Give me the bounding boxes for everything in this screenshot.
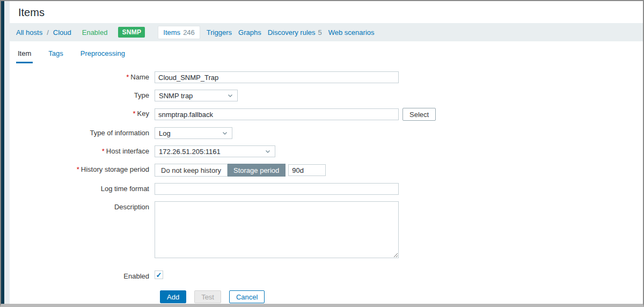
history-row: *History storage period Do not keep hist… (10, 164, 643, 177)
required-asterisk: * (102, 147, 105, 155)
required-asterisk: * (77, 165, 79, 173)
host-interface-select-value: 172.26.51.205:1161 (159, 148, 221, 156)
log-time-format-row: Log time format (10, 183, 643, 195)
key-row: *Key Select (10, 108, 643, 121)
history-mode-segmented: Do not keep history Storage period (155, 164, 286, 177)
name-label: *Name (10, 71, 155, 83)
check-icon: ✓ (156, 272, 162, 279)
nav-discovery-rules-link[interactable]: Discovery rules (268, 28, 316, 36)
info-type-select[interactable]: Log (155, 127, 232, 139)
enabled-checkbox[interactable]: ✓ (155, 271, 163, 279)
nav-web-scenarios-link[interactable]: Web scenarios (328, 28, 375, 36)
history-do-not-keep-option[interactable]: Do not keep history (155, 164, 228, 177)
chevron-down-icon (222, 130, 228, 136)
chevron-down-icon (265, 148, 271, 155)
chevron-down-icon (227, 92, 233, 99)
page-content: Items All hosts / Cloud Enabled SNMP Ite… (10, 1, 643, 304)
page-header: Items (10, 1, 643, 23)
nav-triggers-link[interactable]: Triggers (207, 28, 232, 36)
nav-web-scenarios[interactable]: Web scenarios (328, 28, 375, 36)
description-textarea[interactable] (155, 201, 399, 258)
host-nav: Items 246 Triggers Graphs Discovery rule… (153, 26, 374, 39)
key-label: *Key (10, 108, 155, 120)
key-input[interactable] (155, 108, 399, 120)
name-row: *Name (10, 71, 643, 83)
host-status-label: Enabled (82, 28, 108, 36)
nav-items-link[interactable]: Items (163, 28, 180, 36)
type-row: Type SNMP trap (10, 90, 643, 101)
name-input[interactable] (155, 71, 399, 83)
nav-items-count: 246 (183, 28, 195, 36)
enabled-row: Enabled ✓ (10, 271, 643, 282)
page-title: Items (18, 6, 634, 19)
nav-discovery-rules-count: 5 (318, 28, 322, 36)
history-period-input[interactable] (288, 164, 326, 176)
required-asterisk: * (126, 73, 129, 81)
nav-discovery-rules[interactable]: Discovery rules 5 (268, 28, 322, 36)
type-select-value: SNMP trap (159, 92, 193, 100)
description-row: Description (10, 201, 643, 258)
cancel-button[interactable]: Cancel (229, 290, 265, 303)
info-type-select-value: Log (159, 129, 171, 137)
required-asterisk: * (133, 109, 136, 118)
info-type-row: Type of information Log (10, 127, 643, 139)
tab-preprocessing[interactable]: Preprocessing (79, 45, 127, 63)
test-button[interactable]: Test (194, 290, 221, 303)
nav-triggers[interactable]: Triggers (207, 28, 232, 36)
add-button[interactable]: Add (160, 290, 186, 303)
host-interface-row: *Host interface 172.26.51.205:1161 (10, 145, 643, 157)
tab-item[interactable]: Item (16, 45, 33, 63)
breadcrumb-all-hosts-link[interactable]: All hosts (16, 28, 42, 36)
item-form: *Name Type SNMP trap (10, 71, 643, 303)
tab-tags[interactable]: Tags (47, 45, 64, 63)
log-time-format-input[interactable] (155, 183, 399, 195)
key-select-button[interactable]: Select (402, 108, 436, 121)
breadcrumb-separator: / (47, 28, 49, 36)
history-storage-period-option[interactable]: Storage period (228, 164, 286, 177)
host-interface-label: *Host interface (10, 145, 155, 157)
log-time-format-label: Log time format (10, 183, 155, 195)
nav-graphs[interactable]: Graphs (238, 28, 261, 36)
app-window: Items All hosts / Cloud Enabled SNMP Ite… (0, 0, 644, 307)
type-label: Type (10, 90, 155, 101)
tab-bar: Item Tags Preprocessing (10, 45, 643, 63)
history-label: *History storage period (10, 164, 155, 176)
form-footer: Add Test Cancel (160, 290, 643, 303)
description-label: Description (10, 201, 155, 213)
breadcrumb-host-link[interactable]: Cloud (53, 28, 71, 36)
breadcrumb: All hosts / Cloud Enabled SNMP Items 246… (10, 23, 643, 41)
type-select[interactable]: SNMP trap (155, 90, 238, 101)
host-interface-select[interactable]: 172.26.51.205:1161 (155, 145, 275, 157)
nav-items-current[interactable]: Items 246 (158, 26, 200, 39)
page-gutter (4, 1, 10, 304)
nav-graphs-link[interactable]: Graphs (238, 28, 261, 36)
enabled-label: Enabled (10, 271, 155, 282)
info-type-label: Type of information (10, 127, 155, 139)
snmp-availability-badge: SNMP (118, 27, 145, 38)
